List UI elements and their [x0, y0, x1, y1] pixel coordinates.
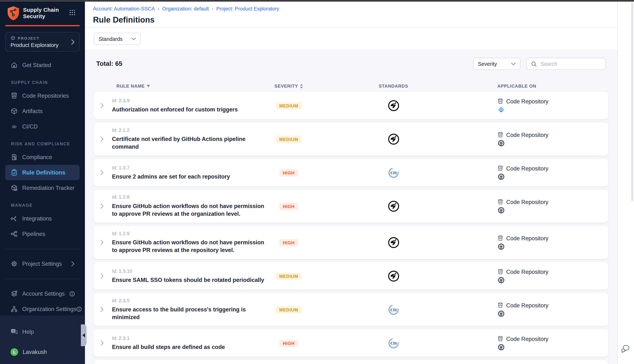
cube-icon	[11, 36, 15, 40]
breadcrumb-separator: ›	[158, 6, 159, 12]
vertical-scrollbar[interactable]	[631, 2, 633, 201]
page-title: Rule Definitions	[93, 16, 618, 25]
sidebar-item-integrations[interactable]: Integrations	[5, 211, 80, 226]
row-expand-chevron-icon[interactable]	[94, 103, 104, 108]
severity-dropdown[interactable]: Severity	[473, 58, 520, 70]
rule-name[interactable]: Ensure 2 admins are set for each reposit…	[112, 173, 270, 180]
sidebar-item-label: Account Settings	[22, 290, 65, 297]
severity-badge: HIGH	[279, 202, 298, 210]
table-row[interactable]: Id: 1.1.9HIGHCISCode Repository	[94, 360, 608, 364]
compliance-icon	[11, 154, 18, 161]
row-expand-chevron-icon[interactable]	[94, 307, 104, 312]
github-icon	[497, 344, 608, 350]
project-selector-name: Product Exploratory	[11, 42, 74, 48]
code-repository-icon	[497, 302, 503, 308]
rule-name[interactable]: Ensure GitHub action workflows do not ha…	[112, 239, 270, 254]
row-expand-chevron-icon[interactable]	[94, 170, 104, 176]
sidebar-item-compliance[interactable]: Compliance	[5, 150, 80, 165]
sidebar-item-account-settings[interactable]: Account Settings	[5, 286, 80, 302]
standards-cell	[388, 100, 399, 111]
applicable-on-label: Code Repository	[506, 302, 548, 308]
nav-section-label: SUPPLY CHAIN	[11, 80, 85, 85]
code-repository-icon	[497, 165, 503, 171]
table-row[interactable]: Id: 1.2.9Ensure GitHub action workflows …	[94, 226, 608, 259]
sidebar-collapse-handle[interactable]	[81, 324, 87, 346]
sidebar-item-pipelines[interactable]: Pipelines	[5, 226, 80, 242]
account-settings-icon	[11, 290, 18, 298]
severity-badge: HIGH	[279, 239, 298, 246]
search-input[interactable]	[540, 60, 601, 67]
rule-name[interactable]: Ensure all build steps are defined as co…	[112, 343, 270, 351]
standards-cell: CIS	[388, 304, 399, 315]
breadcrumb-link-1[interactable]: Organization: default	[162, 6, 209, 12]
code-repository-icon	[497, 336, 503, 342]
code-repository-icon	[497, 268, 503, 275]
sidebar-item-artifacts[interactable]: Artifacts	[5, 103, 80, 119]
help-chat-icon: ?	[11, 328, 18, 336]
rules-table-area: Total: 65 Severity RULE NAME	[85, 50, 618, 364]
rule-name[interactable]: Authorization not enforced for custom tr…	[112, 106, 270, 113]
sidebar-item-remediation-tracker[interactable]: Remediation Tracker	[5, 180, 80, 196]
chat-bubbles-icon[interactable]	[620, 344, 629, 353]
row-expand-chevron-icon[interactable]	[94, 136, 104, 142]
applicable-on-label: Code Repository	[506, 132, 548, 138]
rule-name[interactable]: Ensure SAML SSO tokens should be rotated…	[112, 276, 270, 284]
table-row[interactable]: Id: 1.3.7Ensure 2 admins are set for eac…	[94, 159, 608, 186]
row-expand-chevron-icon[interactable]	[94, 203, 104, 209]
sidebar-item-organization-settings[interactable]: Organization Settings	[5, 301, 80, 317]
module-grid-icon[interactable]	[69, 9, 76, 16]
standards-dropdown[interactable]: Standards	[94, 33, 141, 45]
rule-name[interactable]: Ensure GitHub action workflows do not ha…	[112, 202, 270, 218]
sidebar-item-label: Code Repositories	[22, 92, 69, 99]
sidebar-item-label: Remediation Tracker	[22, 184, 75, 191]
row-expand-chevron-icon[interactable]	[94, 340, 104, 346]
breadcrumb-link-2[interactable]: Project: Product Exploratory	[216, 6, 279, 12]
user-name: Lavakush	[23, 348, 47, 355]
standards-dropdown-label: Standards	[99, 36, 123, 42]
rule-name[interactable]: Ensure access to the build process's tri…	[112, 306, 270, 321]
chevron-down-icon	[511, 62, 515, 65]
sidebar-item-code-repositories[interactable]: Code Repositories	[5, 88, 80, 103]
column-header-standards[interactable]: STANDARDS	[307, 84, 480, 88]
sidebar-item-help[interactable]: ? Help	[5, 324, 80, 340]
project-selector-label: PROJECT	[18, 36, 40, 40]
table-row[interactable]: Id: 1.3.10Ensure SAML SSO tokens should …	[94, 262, 608, 290]
sidebar-item-ci-cd[interactable]: ∞CI/CD	[5, 119, 80, 134]
table-row[interactable]: Id: 2.3.1Ensure all build steps are defi…	[94, 329, 608, 357]
row-expand-chevron-icon[interactable]	[94, 273, 104, 279]
sort-both-icon	[300, 84, 303, 88]
table-row[interactable]: Id: 1.2.8Ensure GitHub action workflows …	[94, 190, 608, 223]
rules-list: Id: 2.3.9Authorization not enforced for …	[94, 92, 608, 364]
column-header-rule-name[interactable]: RULE NAME	[112, 84, 270, 88]
row-expand-chevron-icon[interactable]	[94, 240, 104, 245]
breadcrumb-link-0[interactable]: Account: Automation-SSCA	[93, 6, 155, 12]
table-row[interactable]: Id: 2.3.5Ensure access to the build proc…	[94, 293, 608, 326]
sidebar-nav: Get StartedSUPPLY CHAINCode Repositories…	[0, 57, 85, 317]
sidebar-item-label: Organization Settings	[22, 306, 76, 312]
table-row[interactable]: Id: 2.3.9Authorization not enforced for …	[94, 92, 608, 119]
sidebar-item-get-started[interactable]: Get Started	[5, 57, 80, 73]
search-icon	[531, 61, 537, 67]
app-window: Supply Chain Security	[0, 0, 634, 364]
standard-cis-icon: CIS	[388, 166, 399, 178]
sidebar-item-user[interactable]: L Lavakush	[5, 344, 80, 360]
table-row[interactable]: Id: 2.1.2Certificate not verified by Git…	[94, 122, 608, 156]
breadcrumb: Account: Automation-SSCA›Organization: d…	[93, 6, 618, 12]
search-box[interactable]	[526, 58, 606, 70]
rule-id: Id: 2.3.9	[112, 98, 270, 103]
svg-text:CIS: CIS	[390, 308, 397, 312]
project-selector[interactable]: PROJECT Product Exploratory	[5, 32, 80, 52]
column-header-severity[interactable]: SEVERITY	[270, 84, 307, 88]
sidebar-item-rule-definitions[interactable]: Rule Definitions	[5, 165, 80, 180]
rule-id: Id: 2.3.5	[112, 298, 270, 303]
rule-name[interactable]: Certificate not verified by GitHub Actio…	[112, 135, 270, 151]
sidebar-item-project-settings[interactable]: Project Settings	[5, 256, 80, 272]
column-header-applicable-on[interactable]: APPLICABLE ON	[480, 84, 608, 88]
standards-cell	[388, 200, 399, 212]
github-icon	[497, 243, 608, 250]
sidebar-item-label: Help	[22, 328, 34, 335]
sidebar-footer: ? Help L Lavakush	[0, 316, 85, 364]
sidebar-item-label: Get Started	[22, 62, 51, 68]
severity-badge: MEDIUM	[276, 136, 301, 143]
applicable-on-label: Code Repository	[506, 268, 548, 275]
